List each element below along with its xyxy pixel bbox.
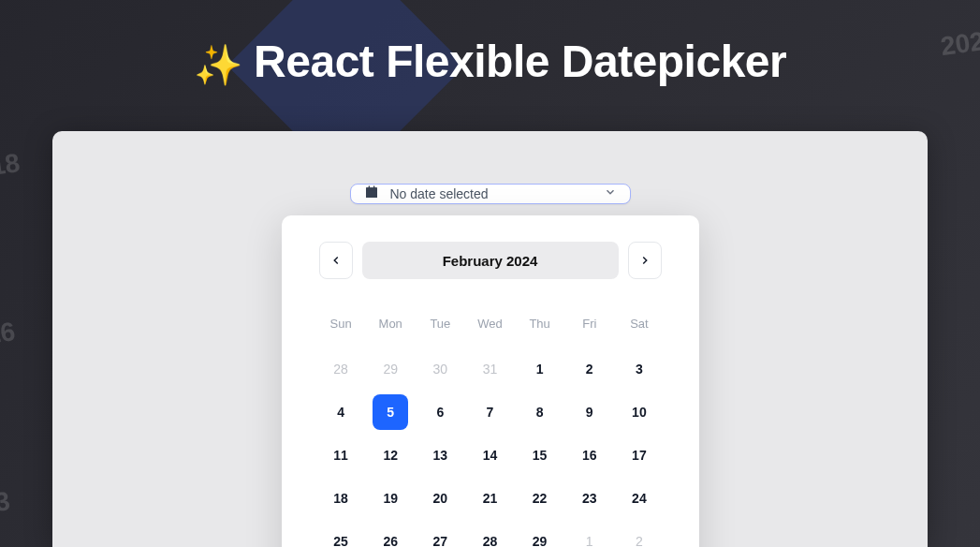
day-cell[interactable]: 9 [572,394,607,430]
svg-rect-1 [366,187,377,190]
day-cell[interactable]: 10 [622,394,657,430]
svg-rect-2 [368,185,369,188]
weekday-header: Sat [617,317,661,347]
day-cell[interactable]: 6 [422,394,458,430]
day-cell[interactable]: 29 [373,351,408,387]
page-title: ✨ React Flexible Datepicker [0,0,980,88]
chevron-down-icon [604,185,617,202]
day-cell[interactable]: 5 [373,394,408,430]
page-title-text: React Flexible Datepicker [254,37,786,86]
month-year-button[interactable]: February 2024 [362,242,619,279]
day-cell[interactable]: 3 [622,351,657,387]
sparkle-icon: ✨ [194,43,242,87]
weekday-header: Sun [319,317,363,347]
weekday-header: Fri [567,317,611,347]
day-cell[interactable]: 30 [422,351,458,387]
day-cell[interactable]: 21 [472,480,507,516]
chevron-left-icon [329,254,343,267]
day-cell[interactable]: 17 [622,437,657,473]
weekday-header: Mon [369,317,413,347]
day-cell[interactable]: 28 [323,351,358,387]
day-cell[interactable]: 16 [572,437,607,473]
svg-rect-4 [366,191,377,198]
day-cell[interactable]: 28 [472,524,507,547]
demo-card: No date selected February 2024 SunMonTue… [52,131,928,547]
day-cell[interactable]: 11 [323,437,358,473]
datepicker-trigger[interactable]: No date selected [350,184,631,204]
next-month-button[interactable] [628,242,662,279]
weekday-header: Wed [468,317,512,347]
day-cell[interactable]: 4 [323,394,358,430]
day-cell[interactable]: 23 [572,480,607,516]
day-cell[interactable]: 1 [522,351,558,387]
day-cell[interactable]: 1 [572,524,607,547]
weekday-header: Tue [418,317,462,347]
day-cell[interactable]: 29 [522,524,558,547]
prev-month-button[interactable] [319,242,353,279]
day-cell[interactable]: 25 [323,524,358,547]
weekday-header: Thu [518,317,562,347]
day-cell[interactable]: 7 [472,394,507,430]
day-cell[interactable]: 22 [522,480,558,516]
calendar-grid: SunMonTueWedThuFriSat2829303112345678910… [319,317,662,547]
calendar-header: February 2024 [319,242,662,279]
day-cell[interactable]: 8 [522,394,558,430]
day-cell[interactable]: 12 [373,437,408,473]
day-cell[interactable]: 31 [472,351,507,387]
day-cell[interactable]: 14 [472,437,507,473]
day-cell[interactable]: 20 [422,480,458,516]
calendar-popover: February 2024 SunMonTueWedThuFriSat28293… [282,215,699,547]
calendar-icon [364,185,379,203]
svg-rect-3 [373,185,374,188]
day-cell[interactable]: 15 [522,437,558,473]
day-cell[interactable]: 27 [422,524,458,547]
chevron-right-icon [638,254,651,267]
day-cell[interactable]: 2 [572,351,607,387]
day-cell[interactable]: 13 [422,437,458,473]
trigger-label: No date selected [390,186,604,201]
day-cell[interactable]: 19 [373,480,408,516]
day-cell[interactable]: 18 [323,480,358,516]
day-cell[interactable]: 2 [622,524,657,547]
day-cell[interactable]: 24 [622,480,657,516]
day-cell[interactable]: 26 [373,524,408,547]
